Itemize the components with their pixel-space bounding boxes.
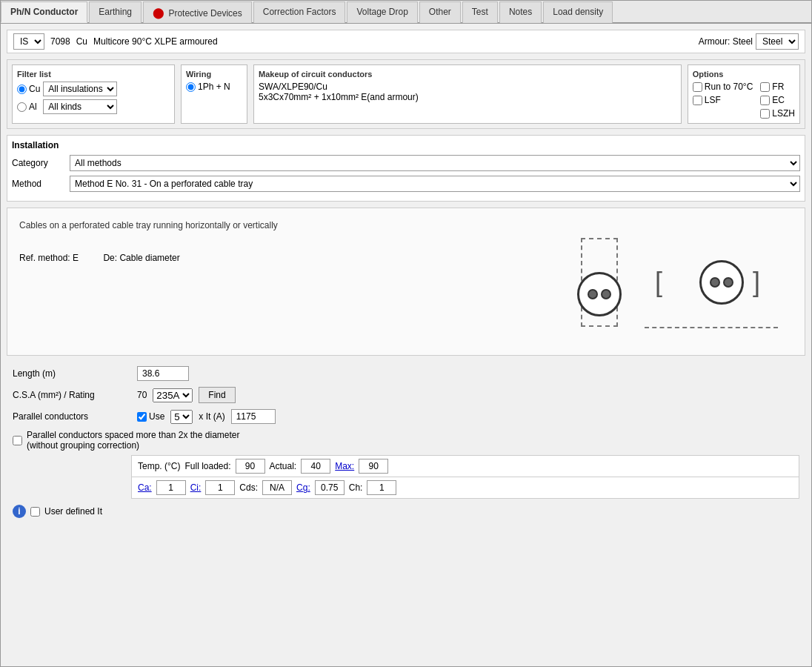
installation-title: Installation bbox=[12, 140, 800, 150]
ci-input[interactable] bbox=[205, 480, 235, 495]
al-radio-label[interactable]: Al bbox=[17, 102, 40, 112]
category-select[interactable]: All methods bbox=[70, 155, 800, 171]
factors-row: Ca: Ci: Cds: Cg: Ch: bbox=[131, 477, 799, 499]
length-row: Length (m) bbox=[13, 366, 799, 381]
al-radio[interactable] bbox=[17, 102, 27, 112]
user-defined-checkbox[interactable] bbox=[30, 507, 40, 517]
tab-voltage[interactable]: Voltage Drop bbox=[347, 1, 417, 23]
dot-1 bbox=[588, 289, 598, 299]
fr-label: FR bbox=[772, 82, 784, 92]
temp-full-input[interactable] bbox=[236, 459, 265, 474]
user-defined-label: User defined It bbox=[44, 506, 102, 517]
temp-max-input[interactable] bbox=[359, 459, 388, 474]
tab-load-density[interactable]: Load density bbox=[543, 1, 613, 23]
tab-correction-label: Correction Factors bbox=[263, 7, 336, 17]
category-label: Category bbox=[12, 158, 64, 168]
temp-actual-input[interactable] bbox=[301, 459, 330, 474]
makeup-box: Makeup of circuit conductors SWA/XLPE90/… bbox=[253, 64, 682, 124]
parallel-spaced-label-container: Parallel conductors spaced more than 2x … bbox=[27, 430, 240, 451]
ca-input[interactable] bbox=[156, 480, 186, 495]
filter-title: Filter list bbox=[17, 70, 170, 79]
cg-input[interactable] bbox=[315, 480, 345, 495]
parallel-count-select[interactable]: 5 bbox=[170, 410, 193, 424]
run70-check-label[interactable]: Run to 70°C bbox=[693, 82, 753, 92]
run70-checkbox[interactable] bbox=[693, 82, 702, 92]
ec-check-label[interactable]: EC bbox=[760, 95, 795, 105]
tab-earthing[interactable]: Earthing bbox=[89, 1, 142, 23]
length-input[interactable] bbox=[137, 366, 189, 381]
lsf-checkbox[interactable] bbox=[693, 96, 702, 105]
user-defined-row: i User defined It bbox=[13, 505, 799, 518]
method-value-container: Method E No. 31 - On a perforated cable … bbox=[70, 176, 800, 192]
cds-input[interactable] bbox=[262, 480, 292, 495]
rating-select[interactable]: 235A bbox=[153, 388, 193, 402]
use-checkbox[interactable] bbox=[137, 412, 147, 422]
find-button[interactable]: Find bbox=[199, 387, 235, 403]
parallel-label: Parallel conductors bbox=[13, 411, 131, 422]
config-row: Filter list Cu All insulations Al bbox=[7, 59, 805, 129]
parallel-spaced-label: Parallel conductors spaced more than 2x … bbox=[27, 430, 240, 440]
fr-check-label[interactable]: FR bbox=[760, 82, 795, 92]
fr-checkbox[interactable] bbox=[760, 82, 770, 92]
armour-label: Armour: Steel bbox=[699, 36, 753, 47]
ch-label: Ch: bbox=[349, 482, 363, 493]
csa-value: 70 bbox=[137, 390, 147, 400]
xit-input[interactable] bbox=[231, 409, 276, 424]
method-select[interactable]: Method E No. 31 - On a perforated cable … bbox=[70, 176, 800, 192]
makeup-line2: 5x3Cx70mm² + 1x10mm² E(and armour) bbox=[259, 92, 676, 102]
tab-correction[interactable]: Correction Factors bbox=[253, 1, 346, 23]
cable-diagram-1 bbox=[577, 272, 622, 316]
length-label: Length (m) bbox=[13, 368, 131, 379]
category-value-container: All methods bbox=[70, 155, 800, 171]
tab-other[interactable]: Other bbox=[419, 1, 461, 23]
wiring-title: Wiring bbox=[186, 70, 242, 79]
lsf-check-label[interactable]: LSF bbox=[693, 95, 753, 105]
parallel-row: Parallel conductors Use 5 x It (A) bbox=[13, 409, 799, 424]
tab-ph-n-label: Ph/N Conductor bbox=[10, 7, 78, 17]
wiring-value: 1Ph + N bbox=[198, 82, 230, 92]
lszh-check-label[interactable]: LSZH bbox=[760, 108, 795, 119]
max-link[interactable]: Max: bbox=[335, 461, 354, 471]
category-row: Category All methods bbox=[12, 155, 800, 171]
run70-label: Run to 70°C bbox=[705, 82, 753, 92]
ch-input[interactable] bbox=[367, 480, 396, 495]
ref-method-label: Ref. method: E bbox=[19, 253, 79, 263]
bracket-left-icon: [ bbox=[655, 269, 662, 296]
armour-select[interactable]: Steel bbox=[756, 33, 799, 50]
cg-link[interactable]: Cg: bbox=[296, 482, 310, 493]
makeup-title: Makeup of circuit conductors bbox=[259, 70, 676, 79]
parallel-spaced-checkbox[interactable] bbox=[13, 436, 22, 445]
cable-inner-2 bbox=[710, 277, 733, 288]
cu-radio-label[interactable]: Cu bbox=[17, 84, 40, 94]
options-title: Options bbox=[693, 70, 795, 79]
ci-link[interactable]: Ci: bbox=[190, 482, 202, 493]
tab-test[interactable]: Test bbox=[462, 1, 498, 23]
app-window: Ph/N Conductor Earthing ⬤ Protective Dev… bbox=[0, 0, 812, 667]
cable-diagram-2 bbox=[699, 260, 744, 305]
ec-checkbox[interactable] bbox=[760, 96, 770, 105]
standard-select[interactable]: IS bbox=[13, 33, 44, 50]
tab-earthing-label: Earthing bbox=[99, 7, 132, 17]
lszh-checkbox[interactable] bbox=[760, 109, 770, 119]
params-section: Length (m) C.S.A (mm²) / Rating 70 235A … bbox=[7, 362, 805, 522]
cu-radio[interactable] bbox=[17, 84, 27, 94]
lsf-label: LSF bbox=[705, 95, 721, 105]
tab-notes[interactable]: Notes bbox=[499, 1, 542, 23]
actual-label: Actual: bbox=[270, 461, 297, 471]
xit-label: x It (A) bbox=[199, 411, 224, 422]
tab-protective[interactable]: ⬤ Protective Devices bbox=[143, 1, 252, 23]
dot-3 bbox=[710, 277, 720, 288]
wiring-radio[interactable] bbox=[186, 82, 196, 92]
cable-code: 7098 bbox=[50, 36, 70, 47]
csa-row: C.S.A (mm²) / Rating 70 235A Find bbox=[13, 387, 799, 403]
dot-4 bbox=[723, 277, 733, 288]
ca-link[interactable]: Ca: bbox=[138, 482, 152, 493]
temp-row: Temp. (°C) Full loaded: Actual: Max: bbox=[131, 455, 799, 477]
kind-select[interactable]: All kinds bbox=[43, 99, 117, 114]
de-label: De: Cable diameter bbox=[103, 253, 179, 263]
info-icon[interactable]: i bbox=[13, 505, 26, 518]
tab-ph-n[interactable]: Ph/N Conductor bbox=[1, 1, 87, 23]
insulation-select[interactable]: All insulations bbox=[43, 82, 117, 96]
wiring-radio-label[interactable]: 1Ph + N bbox=[186, 82, 242, 92]
use-check-label[interactable]: Use bbox=[137, 411, 164, 422]
